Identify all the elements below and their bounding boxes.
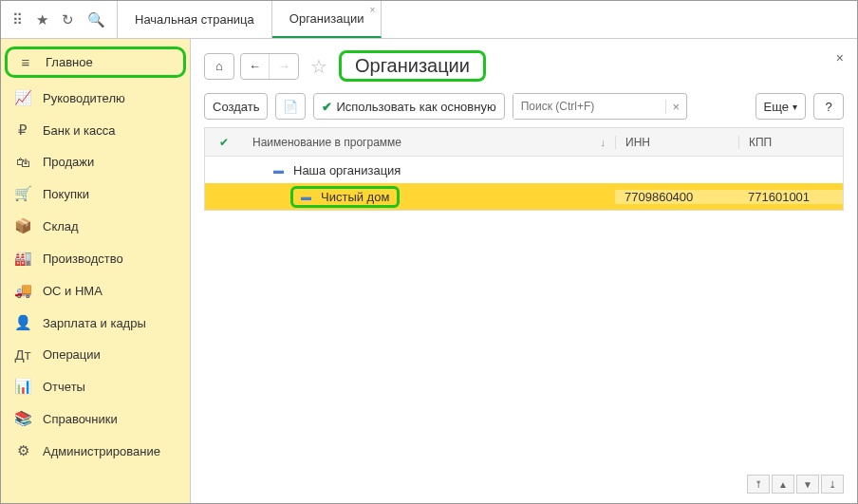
tree-node-icon: ▬ (301, 191, 311, 202)
chevron-down-icon: ▾ (793, 102, 797, 112)
sidebar-item-label: Банк и касса (43, 123, 116, 138)
sidebar-item-reports[interactable]: 📊 Отчеты (1, 370, 190, 402)
org-name: Чистый дом (321, 190, 389, 204)
page-down-button[interactable]: ▼ (796, 475, 819, 494)
sidebar-item-sales[interactable]: 🛍 Продажи (1, 146, 190, 177)
tab-home[interactable]: Начальная страница (118, 1, 272, 38)
apps-icon[interactable]: ⠿ (12, 11, 23, 28)
sidebar-item-main[interactable]: ≡ Главное (5, 47, 186, 78)
sidebar-item-label: Руководителю (43, 91, 125, 105)
page-title: Организации (339, 50, 486, 82)
sidebar-item-manager[interactable]: 📈 Руководителю (1, 82, 190, 114)
sidebar-item-label: Склад (43, 219, 79, 233)
check-icon: ✔ (322, 100, 332, 114)
back-button[interactable]: ← (241, 54, 270, 79)
tree-node-icon: ▬ (273, 164, 284, 176)
help-button[interactable]: ? (813, 93, 844, 120)
search-icon[interactable]: 🔍 (87, 11, 105, 28)
forward-button[interactable]: → (270, 54, 298, 79)
sidebar: ≡ Главное 📈 Руководителю ₽ Банк и касса … (1, 39, 191, 503)
sidebar-item-catalogs[interactable]: 📚 Справочники (1, 402, 190, 435)
tab-close-icon[interactable]: × (370, 5, 376, 15)
sidebar-item-label: Зарплата и кадры (43, 316, 146, 330)
person-icon: 👤 (14, 314, 31, 331)
organizations-table: ✔ Наименование в программе ↓ ИНН КПП ▬ Н… (204, 127, 844, 211)
org-inn: 7709860400 (615, 190, 738, 204)
column-name[interactable]: Наименование в программе ↓ (243, 136, 615, 149)
column-kpp[interactable]: КПП (738, 136, 843, 149)
factory-icon: 🏭 (14, 250, 31, 267)
create-button[interactable]: Создать (204, 93, 268, 120)
sidebar-item-label: Производство (43, 252, 123, 266)
sidebar-item-warehouse[interactable]: 📦 Склад (1, 210, 190, 242)
cart-icon: 🛒 (14, 185, 31, 202)
ops-icon: Дт (14, 346, 31, 363)
org-name: Наша организация (293, 163, 401, 177)
box-icon: 📦 (14, 217, 31, 234)
arrow-left-icon: ← (249, 59, 261, 73)
table-row[interactable]: ▬ Чистый дом 7709860400 771601001 (205, 183, 843, 210)
sidebar-item-label: Справочники (43, 412, 118, 426)
reports-icon: 📊 (14, 378, 31, 395)
pager: ⤒ ▲ ▼ ⤓ (747, 475, 844, 494)
sidebar-item-label: ОС и НМА (43, 284, 103, 298)
history-icon[interactable]: ↻ (62, 11, 74, 28)
sidebar-item-production[interactable]: 🏭 Производство (1, 242, 190, 274)
sidebar-item-admin[interactable]: ⚙ Администрирование (1, 435, 190, 467)
sidebar-item-label: Отчеты (43, 380, 85, 394)
truck-icon: 🚚 (14, 282, 31, 299)
page-last-button[interactable]: ⤓ (821, 475, 844, 494)
sidebar-item-label: Операции (43, 347, 101, 362)
org-kpp: 771601001 (738, 190, 843, 204)
sidebar-item-label: Покупки (43, 187, 89, 201)
menu-icon: ≡ (17, 54, 34, 70)
sidebar-item-operations[interactable]: Дт Операции (1, 339, 190, 370)
copy-icon: 📄 (283, 100, 298, 114)
sidebar-item-os-nma[interactable]: 🚚 ОС и НМА (1, 274, 190, 307)
clear-search-icon[interactable]: × (665, 100, 686, 114)
sidebar-item-label: Администрирование (43, 444, 160, 458)
arrow-right-icon: → (278, 59, 290, 73)
tab-label: Начальная страница (135, 12, 254, 27)
sidebar-item-bank[interactable]: ₽ Банк и касса (1, 114, 190, 146)
copy-button[interactable]: 📄 (275, 93, 306, 120)
sidebar-item-label: Продажи (43, 155, 94, 169)
sidebar-item-payroll[interactable]: 👤 Зарплата и кадры (1, 307, 190, 339)
favorite-icon[interactable]: ★ (36, 11, 48, 28)
close-icon[interactable]: × (836, 50, 844, 65)
gear-icon: ⚙ (14, 442, 31, 459)
home-icon: ⌂ (215, 59, 223, 73)
search-input[interactable] (513, 94, 665, 119)
use-as-main-button[interactable]: ✔ Использовать как основную (313, 93, 504, 120)
book-icon: 📚 (14, 410, 31, 427)
page-first-button[interactable]: ⤒ (747, 475, 770, 494)
ruble-icon: ₽ (14, 121, 31, 139)
home-button[interactable]: ⌂ (204, 53, 234, 80)
tab-label: Организации (289, 11, 364, 26)
table-row[interactable]: ▬ Наша организация (205, 157, 843, 183)
bag-icon: 🛍 (14, 154, 31, 170)
column-inn[interactable]: ИНН (615, 136, 738, 149)
sort-icon: ↓ (601, 137, 606, 148)
chart-icon: 📈 (14, 89, 31, 106)
star-icon[interactable]: ☆ (310, 55, 327, 78)
sidebar-item-purchases[interactable]: 🛒 Покупки (1, 177, 190, 210)
sidebar-item-label: Главное (46, 55, 93, 69)
column-check[interactable]: ✔ (205, 136, 243, 149)
tab-organizations[interactable]: Организации × (272, 1, 382, 38)
page-up-button[interactable]: ▲ (772, 475, 794, 494)
more-button[interactable]: Еще ▾ (755, 93, 806, 120)
